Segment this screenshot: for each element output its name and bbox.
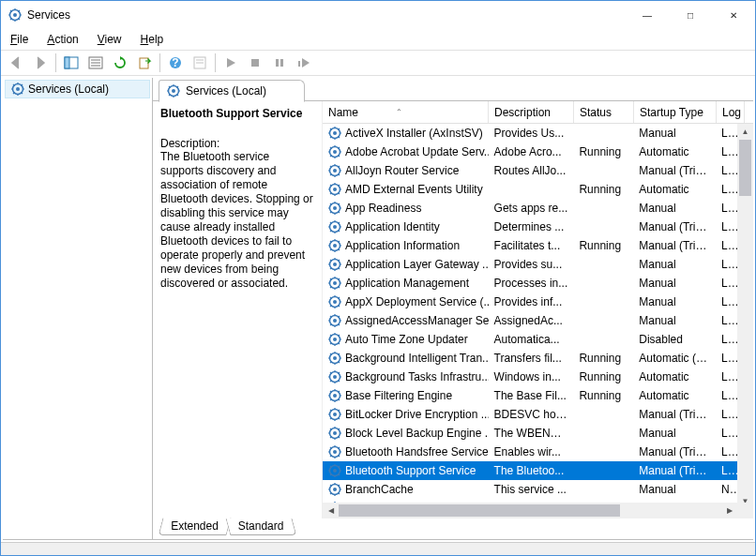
- scroll-thumb[interactable]: [739, 140, 751, 196]
- table-row[interactable]: Adobe Acrobat Update Serv...Adobe Acro..…: [323, 143, 744, 161]
- service-status: Running: [573, 351, 633, 366]
- service-name: ActiveX Installer (AxInstSV): [345, 127, 483, 140]
- service-name: AllJoyn Router Service: [345, 164, 459, 177]
- service-startup-type: Manual: [633, 313, 716, 328]
- service-description: Routes AllJo...: [489, 163, 574, 178]
- service-name: Adobe Acrobat Update Serv...: [345, 145, 489, 158]
- close-button[interactable]: ✕: [712, 1, 755, 29]
- export-button[interactable]: [133, 53, 156, 73]
- table-row[interactable]: Application InformationFacilitates t...R…: [323, 236, 744, 255]
- table-row[interactable]: Application Layer Gateway ...Provides su…: [323, 255, 744, 274]
- services-list: Name⌃ Description Status Startup Type Lo…: [322, 101, 753, 518]
- table-row[interactable]: Background Tasks Infrastru...Windows in.…: [323, 368, 744, 386]
- gear-icon: [328, 370, 341, 383]
- service-name: Base Filtering Engine: [345, 389, 452, 402]
- maximize-button[interactable]: □: [669, 1, 712, 29]
- scroll-thumb[interactable]: [339, 504, 620, 517]
- column-header-startup-type[interactable]: Startup Type: [634, 101, 717, 123]
- stop-button[interactable]: [244, 53, 266, 73]
- tree-node-services-local[interactable]: Services (Local): [5, 80, 150, 98]
- column-header-log-on-as[interactable]: Log: [717, 101, 745, 123]
- service-startup-type: Automatic: [633, 144, 716, 159]
- service-status: [573, 338, 633, 340]
- back-button[interactable]: [5, 53, 27, 73]
- service-name: Auto Time Zone Updater: [345, 333, 468, 346]
- gear-icon: [328, 202, 341, 215]
- service-status: [573, 301, 633, 303]
- service-name: App Readiness: [345, 202, 421, 215]
- service-status: [573, 263, 633, 265]
- tab-extended[interactable]: Extended: [158, 518, 231, 535]
- gear-icon: [328, 295, 341, 308]
- minimize-button[interactable]: —: [626, 1, 669, 29]
- service-description: Adobe Acro...: [489, 144, 574, 159]
- table-row[interactable]: ActiveX Installer (AxInstSV)Provides Us.…: [323, 124, 744, 143]
- column-header-name[interactable]: Name⌃: [323, 101, 489, 123]
- table-row[interactable]: AMD External Events UtilityRunningAutoma…: [323, 180, 744, 199]
- service-name: Application Identity: [345, 220, 440, 233]
- help-button[interactable]: ?: [164, 53, 187, 73]
- service-name: Block Level Backup Engine ...: [345, 427, 489, 440]
- scroll-left-button[interactable]: ◀: [323, 503, 339, 518]
- gear-icon: [328, 127, 341, 140]
- table-row[interactable]: Bluetooth Support ServiceThe Bluetoo...M…: [323, 461, 744, 480]
- table-row[interactable]: Base Filtering EngineThe Base Fil...Runn…: [323, 386, 744, 405]
- vertical-scrollbar[interactable]: ▲ ▼: [737, 124, 753, 509]
- forward-button[interactable]: [29, 53, 52, 73]
- properties-sheet-button[interactable]: [189, 53, 211, 73]
- pause-button[interactable]: [268, 53, 291, 73]
- table-row[interactable]: AllJoyn Router ServiceRoutes AllJo...Man…: [323, 161, 744, 180]
- scroll-right-button[interactable]: ▶: [721, 503, 737, 518]
- service-startup-type: Manual (Trig...: [633, 444, 716, 459]
- titlebar[interactable]: Services — □ ✕: [1, 1, 755, 29]
- horizontal-scrollbar[interactable]: ◀ ▶: [323, 503, 737, 518]
- column-header-description[interactable]: Description: [489, 101, 574, 123]
- scroll-up-button[interactable]: ▲: [737, 124, 753, 140]
- tab-standard[interactable]: Standard: [225, 518, 296, 535]
- svg-rect-15: [276, 59, 279, 67]
- table-row[interactable]: Auto Time Zone UpdaterAutomatica...Disab…: [323, 330, 744, 349]
- table-row[interactable]: App ReadinessGets apps re...ManualLoc: [323, 199, 744, 218]
- start-button[interactable]: [219, 53, 242, 73]
- table-row[interactable]: BranchCacheThis service ...ManualNet: [323, 480, 744, 499]
- table-row[interactable]: Bluetooth Handsfree ServiceEnables wir..…: [323, 443, 744, 461]
- table-row[interactable]: AssignedAccessManager Se...AssignedAc...…: [323, 311, 744, 330]
- gear-icon: [328, 145, 341, 158]
- refresh-button[interactable]: [109, 53, 131, 73]
- table-row[interactable]: Block Level Backup Engine ...The WBENG..…: [323, 424, 744, 443]
- service-status: Running: [573, 144, 633, 159]
- service-status: Running: [573, 238, 633, 253]
- column-header-status[interactable]: Status: [574, 101, 634, 123]
- sort-asc-icon: ⌃: [396, 108, 402, 116]
- show-hide-tree-button[interactable]: [60, 53, 83, 73]
- table-row[interactable]: Background Intelligent Tran...Transfers …: [323, 349, 744, 368]
- service-startup-type: Manual: [633, 126, 716, 141]
- service-description: Determines ...: [489, 219, 574, 234]
- svg-rect-17: [298, 61, 300, 67]
- service-description: Provides su...: [489, 257, 574, 272]
- gear-icon: [328, 220, 341, 233]
- table-row[interactable]: AppX Deployment Service (...Provides inf…: [323, 293, 744, 311]
- table-row[interactable]: BitLocker Drive Encryption ...BDESVC hos…: [323, 405, 744, 424]
- table-row[interactable]: Application IdentityDetermines ...Manual…: [323, 218, 744, 236]
- table-row[interactable]: Application ManagementProcesses in...Man…: [323, 274, 744, 293]
- service-startup-type: Disabled: [633, 332, 716, 347]
- service-startup-type: Manual (Trig...: [633, 238, 716, 253]
- service-status: [573, 488, 633, 490]
- service-startup-type: Automatic: [633, 182, 716, 197]
- menu-help[interactable]: Help: [137, 31, 168, 48]
- menu-action[interactable]: Action: [43, 31, 82, 48]
- service-description: Gets apps re...: [489, 201, 574, 216]
- restart-button[interactable]: [293, 53, 315, 73]
- properties-button[interactable]: [84, 53, 107, 73]
- detail-panel: Bluetooth Support Service Description: T…: [153, 101, 322, 518]
- menu-file[interactable]: File: [7, 31, 32, 48]
- service-description: The Bluetoo...: [489, 463, 574, 478]
- service-description: Provides inf...: [489, 294, 574, 309]
- toolbar: ?: [1, 50, 755, 76]
- service-startup-type: Manual (Trig...: [633, 463, 716, 478]
- svg-rect-14: [251, 59, 259, 67]
- service-status: [573, 320, 633, 322]
- menu-view[interactable]: View: [94, 31, 126, 48]
- app-icon: [8, 8, 22, 22]
